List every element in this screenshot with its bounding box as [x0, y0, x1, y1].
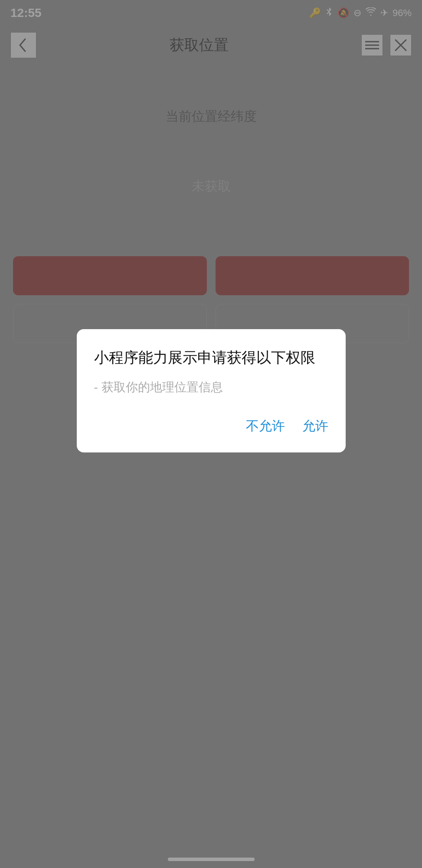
overlay: 小程序能力展示申请获得以下权限 - 获取你的地理位置信息 不允许 允许 [0, 0, 422, 868]
permission-dialog: 小程序能力展示申请获得以下权限 - 获取你的地理位置信息 不允许 允许 [77, 329, 346, 452]
dialog-title: 小程序能力展示申请获得以下权限 [94, 347, 328, 369]
allow-button[interactable]: 允许 [302, 413, 328, 439]
dialog-permission: - 获取你的地理位置信息 [94, 379, 328, 396]
dialog-buttons: 不允许 允许 [94, 413, 328, 439]
deny-button[interactable]: 不允许 [246, 413, 285, 439]
